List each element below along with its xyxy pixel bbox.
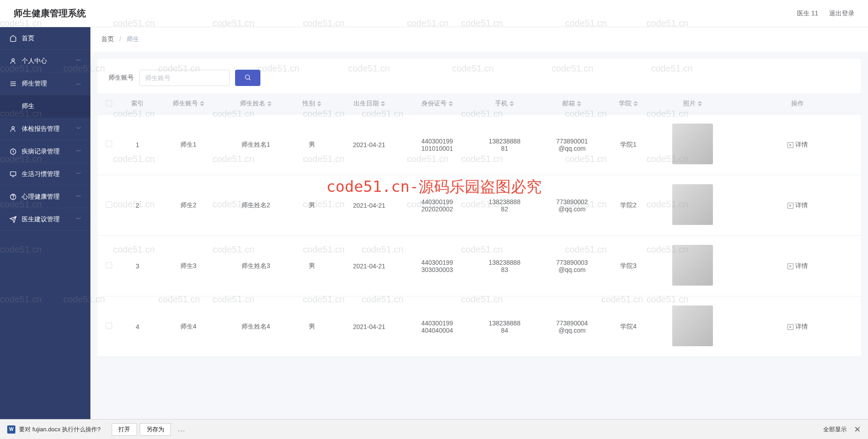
cell-index: 4 <box>120 296 155 357</box>
sort-icon <box>267 101 272 106</box>
sort-icon <box>698 101 702 106</box>
sidebar-item-label: 疾病记录管理 <box>22 148 76 156</box>
photo-thumbnail[interactable] <box>672 245 713 286</box>
col-college[interactable]: 学院 <box>606 93 651 115</box>
show-all-link[interactable]: 全部显示 <box>823 425 847 434</box>
main-content: 首页 / 师生 师生账号 索引 师生账号 师生姓名 性别 <box>90 27 868 419</box>
download-bar: W 要对 fujian.docx 执行什么操作? 打开 另存为 ... 全部显示… <box>0 419 868 439</box>
detail-button[interactable]: ≡详情 <box>788 141 808 149</box>
svg-line-11 <box>249 79 250 80</box>
cell-photo <box>651 296 734 357</box>
row-checkbox[interactable] <box>106 323 112 329</box>
sidebar-item-teacher-student[interactable]: 师生管理 ︿ <box>0 72 90 95</box>
sidebar-item-habit[interactable]: 生活习惯管理 ﹀ <box>0 163 90 186</box>
col-dob[interactable]: 出生日期 <box>335 93 404 115</box>
sidebar-item-label: 个人中心 <box>22 57 76 65</box>
cell-account: 师生3 <box>155 236 222 296</box>
logout-link[interactable]: 退出登录 <box>829 10 854 18</box>
chevron-down-icon: ﹀ <box>76 170 81 178</box>
cell-name: 师生姓名2 <box>222 175 289 236</box>
sidebar-item-label: 首页 <box>22 34 81 43</box>
col-phone[interactable]: 手机 <box>471 93 538 115</box>
close-icon[interactable]: ✕ <box>854 425 861 434</box>
user-label[interactable]: 医生 11 <box>797 10 818 18</box>
sidebar-item-exam-report[interactable]: 体检报告管理 ﹀ <box>0 118 90 140</box>
user-icon <box>9 125 17 133</box>
photo-thumbnail[interactable] <box>672 305 713 346</box>
col-index[interactable]: 索引 <box>120 93 155 115</box>
cell-phone: 13823888882 <box>471 175 538 236</box>
cell-gender: 男 <box>289 175 335 236</box>
cell-college: 学院3 <box>606 236 651 296</box>
cell-email: 773890004@qq.com <box>538 296 606 357</box>
col-email[interactable]: 邮箱 <box>538 93 606 115</box>
cell-account: 师生2 <box>155 175 222 236</box>
col-gender[interactable]: 性别 <box>289 93 335 115</box>
photo-thumbnail[interactable] <box>672 124 713 164</box>
sidebar-item-label: 心理健康管理 <box>22 193 76 201</box>
save-as-button[interactable]: 另存为 <box>140 423 171 436</box>
cell-name: 师生姓名4 <box>222 296 289 357</box>
detail-button[interactable]: ≡详情 <box>788 323 808 331</box>
sidebar-item-home[interactable]: 首页 <box>0 27 90 50</box>
sidebar-subitem-label: 师生 <box>22 102 34 110</box>
cell-idcard: 440300199303030003 <box>403 236 471 296</box>
sidebar-item-advice[interactable]: 医生建议管理 ﹀ <box>0 208 90 231</box>
open-button[interactable]: 打开 <box>112 423 137 436</box>
cell-idcard: 440300199202020002 <box>403 175 471 236</box>
detail-icon: ≡ <box>788 324 793 330</box>
search-icon <box>244 74 251 82</box>
data-table: 索引 师生账号 师生姓名 性别 出生日期 身份证号 手机 邮箱 学院 照片 操作… <box>98 93 861 357</box>
row-checkbox[interactable] <box>106 262 112 268</box>
photo-thumbnail[interactable] <box>672 184 713 225</box>
chevron-down-icon: ﹀ <box>76 193 81 200</box>
sidebar-item-disease[interactable]: 疾病记录管理 ﹀ <box>0 140 90 163</box>
col-account[interactable]: 师生账号 <box>155 93 222 115</box>
row-checkbox[interactable] <box>106 141 112 147</box>
more-button[interactable]: ... <box>174 424 190 434</box>
cell-name: 师生姓名3 <box>222 236 289 296</box>
detail-icon: ≡ <box>788 263 793 269</box>
breadcrumb-sep: / <box>119 35 121 43</box>
detail-button[interactable]: ≡详情 <box>788 201 808 210</box>
detail-button[interactable]: ≡详情 <box>788 262 808 270</box>
sidebar-subitem-teacher-student[interactable]: 师生 <box>0 95 90 118</box>
sidebar-item-label: 师生管理 <box>22 80 76 88</box>
svg-point-9 <box>13 198 14 199</box>
sidebar-item-profile[interactable]: 个人中心 ﹀ <box>0 50 90 72</box>
breadcrumb-home[interactable]: 首页 <box>101 35 114 43</box>
cell-gender: 男 <box>289 236 335 296</box>
sort-icon <box>577 101 581 106</box>
cell-photo <box>651 115 734 175</box>
search-input[interactable] <box>139 70 230 86</box>
cell-email: 773890003@qq.com <box>538 236 606 296</box>
cell-dob: 2021-04-21 <box>335 296 404 357</box>
select-all-checkbox[interactable] <box>106 100 112 106</box>
chevron-down-icon: ﹀ <box>76 215 81 223</box>
svg-rect-6 <box>10 172 16 175</box>
search-button[interactable] <box>235 70 260 86</box>
cell-email: 773890001@qq.com <box>538 115 606 175</box>
cell-name: 师生姓名1 <box>222 115 289 175</box>
col-idcard[interactable]: 身份证号 <box>403 93 471 115</box>
word-file-icon: W <box>7 425 15 434</box>
cell-college: 学院4 <box>606 296 651 357</box>
cell-photo <box>651 175 734 236</box>
chevron-down-icon: ﹀ <box>76 148 81 155</box>
cell-idcard: 440300199101010001 <box>403 115 471 175</box>
detail-icon: ≡ <box>788 203 793 209</box>
col-photo[interactable]: 照片 <box>651 93 734 115</box>
header-right: 医生 11 退出登录 <box>797 10 854 18</box>
send-icon <box>9 216 17 223</box>
cell-dob: 2021-04-21 <box>335 236 404 296</box>
cell-account: 师生1 <box>155 115 222 175</box>
sort-icon <box>381 101 385 106</box>
svg-point-4 <box>12 126 14 129</box>
cell-email: 773890002@qq.com <box>538 175 606 236</box>
cell-index: 2 <box>120 175 155 236</box>
row-checkbox[interactable] <box>106 201 112 208</box>
sidebar-item-mental[interactable]: 心理健康管理 ﹀ <box>0 186 90 208</box>
search-label: 师生账号 <box>108 74 134 82</box>
col-name[interactable]: 师生姓名 <box>222 93 289 115</box>
cell-index: 1 <box>120 115 155 175</box>
